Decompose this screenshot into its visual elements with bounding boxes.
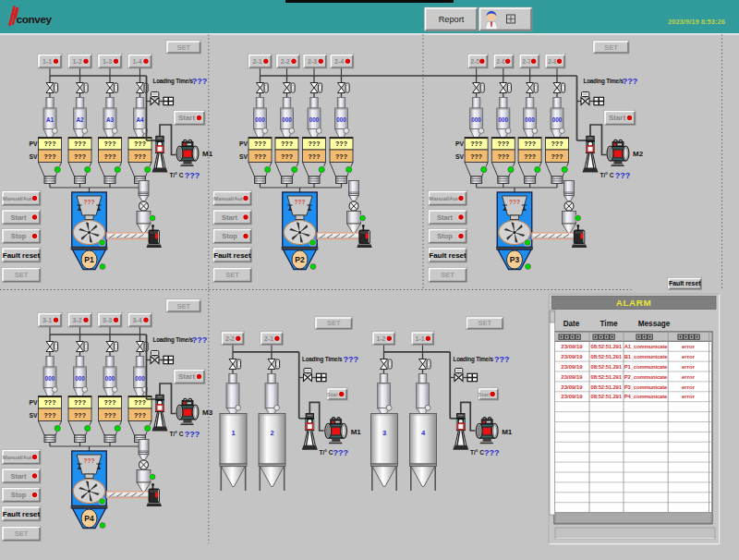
svg-text:Start: Start bbox=[479, 392, 491, 397]
svg-text:SET: SET bbox=[604, 43, 618, 52]
svg-text:???: ??? bbox=[335, 140, 347, 147]
svg-text:???: ??? bbox=[470, 140, 482, 147]
svg-text:T/° C: T/° C bbox=[170, 431, 184, 437]
svg-text:000: 000 bbox=[45, 375, 55, 382]
svg-text:???: ??? bbox=[74, 140, 86, 147]
svg-text:3-2: 3-2 bbox=[72, 317, 81, 323]
svg-text:PV: PV bbox=[239, 140, 248, 147]
svg-text:Fault reset: Fault reset bbox=[429, 251, 466, 260]
svg-text:SET: SET bbox=[15, 271, 29, 279]
svg-text:Start: Start bbox=[178, 372, 196, 381]
svg-text:2-2: 2-2 bbox=[225, 335, 235, 342]
svg-text:???: ??? bbox=[134, 399, 146, 406]
svg-text:???: ??? bbox=[192, 335, 208, 345]
svg-text:Stop: Stop bbox=[11, 491, 27, 499]
svg-text:???: ??? bbox=[134, 140, 146, 147]
svg-text:Fault reset: Fault reset bbox=[3, 251, 41, 260]
svg-text:23/09/19: 23/09/19 bbox=[561, 364, 583, 370]
svg-text:???: ??? bbox=[134, 412, 146, 419]
svg-text:000: 000 bbox=[282, 116, 292, 123]
svg-text:SET: SET bbox=[15, 530, 29, 538]
svg-text:Start: Start bbox=[609, 114, 626, 122]
svg-text:A4: A4 bbox=[136, 116, 144, 123]
svg-text:Manual/Auto: Manual/Auto bbox=[429, 196, 462, 201]
svg-text:???: ??? bbox=[333, 448, 348, 457]
svg-text:???: ??? bbox=[281, 140, 293, 147]
svg-text:Report: Report bbox=[439, 15, 465, 24]
svg-text:000: 000 bbox=[105, 375, 115, 382]
svg-text:3-3: 3-3 bbox=[103, 317, 112, 323]
svg-text:3: 3 bbox=[382, 429, 386, 437]
svg-text:error: error bbox=[682, 374, 696, 380]
svg-text:???: ??? bbox=[134, 153, 146, 160]
svg-text:Fault reset: Fault reset bbox=[3, 510, 41, 518]
svg-text:1-1: 1-1 bbox=[415, 335, 424, 342]
svg-text:23/09/19: 23/09/19 bbox=[561, 374, 583, 380]
svg-text:???: ??? bbox=[551, 140, 563, 147]
svg-text:???: ??? bbox=[623, 77, 638, 86]
svg-text:SV: SV bbox=[29, 412, 38, 419]
svg-text:1: 1 bbox=[231, 429, 235, 437]
svg-text:Loading Time/s: Loading Time/s bbox=[302, 356, 343, 363]
svg-text:M2: M2 bbox=[633, 150, 644, 158]
svg-text:2023/9/19 8:53:26: 2023/9/19 8:53:26 bbox=[668, 18, 725, 26]
svg-text:08:52:51.291: 08:52:51.291 bbox=[591, 364, 623, 370]
svg-text:Stop: Stop bbox=[222, 232, 237, 240]
svg-text:1-2: 1-2 bbox=[376, 335, 385, 342]
svg-text:M3: M3 bbox=[202, 408, 213, 417]
svg-text:P4: P4 bbox=[84, 514, 94, 523]
svg-text:Time: Time bbox=[600, 320, 618, 328]
svg-text:???: ??? bbox=[104, 412, 116, 419]
svg-text:Manual/Auto: Manual/Auto bbox=[213, 196, 247, 201]
svg-text:error: error bbox=[682, 364, 696, 370]
svg-text:000: 000 bbox=[471, 116, 481, 123]
svg-text:???: ??? bbox=[74, 412, 86, 419]
svg-text:SV: SV bbox=[29, 153, 38, 160]
svg-text:???: ??? bbox=[104, 153, 116, 160]
svg-text:???: ??? bbox=[74, 153, 86, 160]
svg-text:SET: SET bbox=[225, 271, 239, 279]
svg-text:???: ??? bbox=[192, 77, 208, 86]
svg-text:???: ??? bbox=[343, 355, 358, 364]
svg-text:23/09/19: 23/09/19 bbox=[561, 394, 583, 399]
svg-text:M1: M1 bbox=[351, 428, 362, 436]
svg-text:SET: SET bbox=[441, 271, 454, 279]
svg-text:08:52:51.291: 08:52:51.291 bbox=[591, 384, 623, 390]
svg-text:3-1: 3-1 bbox=[42, 317, 52, 323]
svg-text:???: ??? bbox=[509, 199, 520, 205]
svg-text:23/09/19: 23/09/19 bbox=[561, 384, 583, 390]
svg-text:???: ??? bbox=[494, 355, 510, 364]
svg-text:???: ??? bbox=[74, 399, 86, 406]
svg-text:???: ??? bbox=[497, 140, 509, 147]
svg-text:08:52:51.291: 08:52:51.291 bbox=[591, 354, 623, 359]
svg-text:PV: PV bbox=[29, 140, 38, 147]
svg-text:M1: M1 bbox=[502, 428, 513, 436]
svg-text:A1: A1 bbox=[46, 116, 55, 123]
svg-text:08:52:51.291: 08:52:51.291 bbox=[591, 394, 623, 399]
svg-text:000: 000 bbox=[135, 375, 145, 382]
svg-text:Start: Start bbox=[437, 213, 454, 222]
svg-text:000: 000 bbox=[525, 116, 535, 123]
svg-text:???: ??? bbox=[185, 171, 200, 180]
svg-text:Manual/Auto: Manual/Auto bbox=[3, 196, 36, 201]
svg-text:???: ??? bbox=[44, 399, 56, 406]
svg-text:???: ??? bbox=[254, 140, 266, 147]
svg-text:???: ??? bbox=[309, 140, 321, 147]
svg-text:???: ??? bbox=[524, 140, 536, 147]
svg-text:ALARM: ALARM bbox=[616, 298, 651, 308]
svg-text:???: ??? bbox=[84, 457, 95, 464]
svg-text:SV: SV bbox=[455, 153, 465, 160]
svg-text:???: ??? bbox=[551, 153, 563, 160]
svg-text:M1: M1 bbox=[202, 150, 213, 158]
svg-text:???: ??? bbox=[44, 153, 56, 160]
svg-text:Manual/Auto: Manual/Auto bbox=[3, 455, 36, 460]
svg-text:Fault reset: Fault reset bbox=[669, 280, 701, 286]
svg-text:SV: SV bbox=[239, 153, 248, 160]
svg-text:000: 000 bbox=[75, 375, 85, 382]
svg-text:T/° C: T/° C bbox=[320, 449, 333, 456]
svg-text:???: ??? bbox=[254, 153, 266, 160]
svg-text:2-8: 2-8 bbox=[548, 58, 557, 65]
svg-text:PV: PV bbox=[455, 140, 465, 147]
svg-text:2-1: 2-1 bbox=[252, 58, 261, 65]
svg-text:T/° C: T/° C bbox=[470, 449, 484, 456]
